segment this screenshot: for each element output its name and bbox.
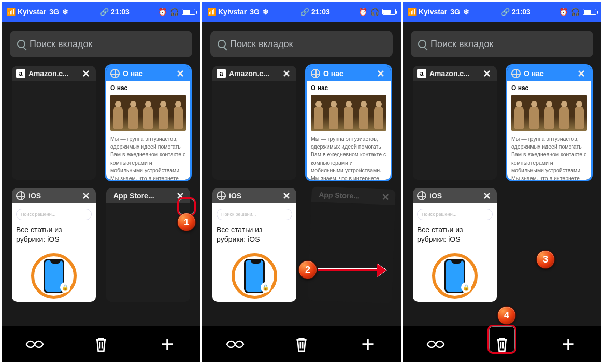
incognito-button[interactable] <box>425 333 447 355</box>
close-tab-button[interactable] <box>481 68 493 79</box>
bottom-toolbar <box>403 326 601 362</box>
amazon-icon: a <box>16 69 25 78</box>
incognito-button[interactable] <box>24 333 46 355</box>
close-tab-button[interactable] <box>175 68 186 79</box>
close-tab-button[interactable] <box>80 190 92 201</box>
sun-icon: ❄︎ <box>463 8 469 16</box>
amazon-icon: a <box>417 69 426 78</box>
page-title: О нас <box>311 84 386 92</box>
bottom-toolbar <box>202 326 401 362</box>
close-tab-button[interactable] <box>576 68 587 79</box>
about-text: Мы — группа энтузиастов, одержимых идеей… <box>511 135 587 180</box>
alarm-icon: ⏰ <box>158 8 167 16</box>
tab-card-about[interactable]: О нас О нас Мы — группа энтузиастов, оде… <box>106 66 190 180</box>
tab-card-appstore[interactable]: App Store... <box>106 188 190 302</box>
globe-icon <box>311 69 320 78</box>
close-tab-button[interactable] <box>80 68 92 79</box>
tab-title: iOS <box>28 192 77 200</box>
network-label: 3G <box>250 8 260 16</box>
globe-icon <box>417 191 426 200</box>
tab-title: iOS <box>429 192 478 200</box>
page-title: О нас <box>511 84 587 92</box>
carrier-label: Kyivstar <box>218 8 247 16</box>
tab-title: О нас <box>123 69 171 78</box>
signal-icon: 📶 <box>408 8 417 16</box>
search-icon <box>17 40 25 48</box>
sun-icon: ❄︎ <box>62 8 68 16</box>
bottom-toolbar <box>2 326 200 362</box>
network-label: 3G <box>450 8 460 16</box>
tab-card-about[interactable]: О нас О нас Мы — группа энтузиастов, оде… <box>507 66 591 180</box>
new-tab-button[interactable] <box>357 333 379 355</box>
phone-screenshot-1: 📶 Kyivstar 3G ❄︎ 🔗 21:03 ⏰ 🎧 Поиск вклад… <box>2 2 200 362</box>
tab-title: App Store... <box>113 192 171 200</box>
close-tab-button[interactable] <box>281 190 292 201</box>
sun-icon: ❄︎ <box>263 8 269 16</box>
close-tab-button[interactable] <box>380 191 392 203</box>
tab-card-amazon[interactable]: a Amazon.c... <box>413 66 497 180</box>
lock-icon <box>461 282 471 293</box>
ios-page-search: Поиск решени... <box>217 209 292 220</box>
headphones-icon: 🎧 <box>370 8 379 16</box>
clock: 21:03 <box>311 8 330 16</box>
close-tab-button[interactable] <box>175 190 186 201</box>
ios-page-search: Поиск решени... <box>16 209 92 220</box>
clock: 21:03 <box>512 8 530 16</box>
close-tab-button[interactable] <box>481 190 493 201</box>
about-image <box>110 95 186 131</box>
incognito-button[interactable] <box>224 333 246 355</box>
close-tab-button[interactable] <box>281 68 292 79</box>
tab-title: Amazon.c... <box>429 69 478 78</box>
tab-card-ios[interactable]: iOS Поиск решени... Все статьи из рубрик… <box>12 188 96 302</box>
tab-card-amazon[interactable]: a Amazon.c... <box>212 66 296 180</box>
ios-heading: Все статьи из рубрики: iOS <box>16 225 92 244</box>
headphones-icon: 🎧 <box>170 8 179 16</box>
tab-search-input[interactable]: Поиск вкладок <box>411 31 593 57</box>
battery-icon <box>583 9 596 15</box>
tab-card-ios[interactable]: iOS Поиск решени... Все статьи из рубрик… <box>413 188 497 302</box>
battery-icon <box>382 9 396 15</box>
search-icon <box>418 40 426 48</box>
close-tab-button[interactable] <box>375 68 386 79</box>
status-bar: 📶 Kyivstar 3G ❄︎ 🔗 21:03 ⏰ 🎧 <box>2 2 200 22</box>
annotation-bubble-4: 4 <box>497 306 516 325</box>
status-bar: 📶 Kyivstar 3G ❄︎ 🔗 21:03 ⏰ 🎧 <box>202 2 401 22</box>
battery-icon <box>182 9 195 15</box>
phone-screenshot-2: 📶 Kyivstar 3G ❄︎ 🔗 21:03 ⏰ 🎧 Поиск вклад… <box>202 2 401 362</box>
search-placeholder: Поиск вкладок <box>30 39 92 50</box>
tab-card-amazon[interactable]: a Amazon.c... <box>12 66 96 180</box>
phone-screenshot-3: 📶 Kyivstar 3G ❄︎ 🔗 21:03 ⏰ 🎧 Поиск вклад… <box>403 2 601 362</box>
delete-tabs-button[interactable] <box>90 333 112 355</box>
delete-tabs-button[interactable] <box>491 333 513 355</box>
alarm-icon: ⏰ <box>358 8 367 16</box>
page-title: О нас <box>110 84 186 92</box>
delete-tabs-button[interactable] <box>291 333 312 355</box>
about-image <box>511 95 587 131</box>
new-tab-button[interactable] <box>156 333 178 355</box>
globe-icon <box>110 69 120 78</box>
signal-icon: 📶 <box>7 8 16 16</box>
tab-card-ios[interactable]: iOS Поиск решени... Все статьи из рубрик… <box>212 188 296 302</box>
search-placeholder: Поиск вкладок <box>430 39 493 50</box>
headphones-icon: 🎧 <box>571 8 580 16</box>
about-image <box>311 95 386 131</box>
tab-card-about[interactable]: О нас О нас Мы — группа энтузиастов, оде… <box>307 66 391 180</box>
ios-badge-icon <box>31 253 77 299</box>
search-placeholder: Поиск вкладок <box>230 39 293 50</box>
carrier-label: Kyivstar <box>419 8 447 16</box>
tab-search-input[interactable]: Поиск вкладок <box>210 31 393 57</box>
tab-search-input[interactable]: Поиск вкладок <box>10 31 192 57</box>
amazon-icon: a <box>217 69 226 78</box>
tab-card-appstore-swiping[interactable]: App Store... <box>308 186 396 303</box>
status-bar: 📶 Kyivstar 3G ❄︎ 🔗 21:03 ⏰ 🎧 <box>403 2 601 22</box>
ios-badge-icon <box>232 253 277 299</box>
link-icon: 🔗 <box>100 8 109 16</box>
ios-heading: Все статьи из рубрики: iOS <box>417 225 493 244</box>
carrier-label: Kyivstar <box>18 8 46 16</box>
new-tab-button[interactable] <box>557 333 579 355</box>
tab-title: iOS <box>229 192 278 200</box>
empty-tab-slot <box>507 188 591 302</box>
link-icon: 🔗 <box>501 8 510 16</box>
globe-icon <box>16 191 25 200</box>
lock-icon <box>60 282 70 293</box>
